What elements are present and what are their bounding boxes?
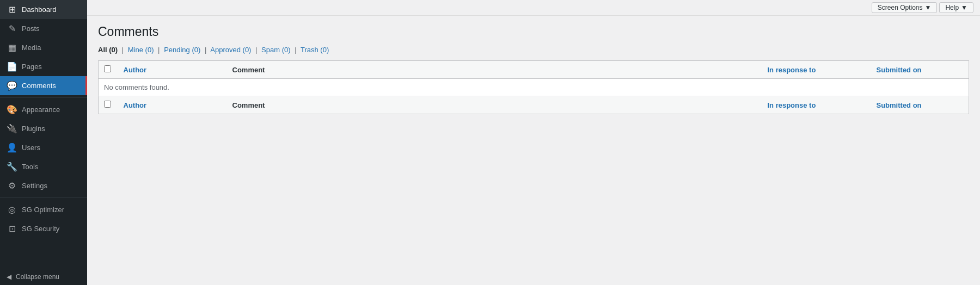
- dashboard-icon: ⊞: [7, 4, 17, 15]
- sidebar-item-settings[interactable]: ⚙ Settings: [0, 176, 87, 195]
- sidebar-item-media[interactable]: ▦ Media: [0, 38, 87, 57]
- sidebar-item-plugins[interactable]: 🔌 Plugins: [0, 119, 87, 138]
- sidebar-item-label: Plugins: [22, 125, 45, 133]
- sidebar: ⊞ Dashboard ✎ Posts ▦ Media 📄 Pages 💬 Co…: [0, 0, 87, 285]
- col-header-in-response[interactable]: In response to: [762, 61, 871, 79]
- sidebar-item-label: Appearance: [22, 106, 60, 114]
- filter-pending[interactable]: Pending (0): [164, 46, 203, 54]
- sidebar-item-label: SG Security: [22, 225, 59, 233]
- select-all-footer-checkbox[interactable]: [104, 101, 111, 108]
- sidebar-item-label: Media: [22, 44, 41, 52]
- filter-bar: All (0) | Mine (0) | Pending (0) | Appro…: [98, 46, 969, 54]
- sidebar-item-dashboard[interactable]: ⊞ Dashboard: [0, 0, 87, 19]
- plugins-icon: 🔌: [7, 123, 17, 134]
- comments-table: Author Comment In response to Submitted …: [98, 60, 969, 114]
- sg-security-icon: ⊡: [7, 224, 17, 234]
- table-footer-row: Author Comment In response to Submitted …: [99, 96, 969, 114]
- sidebar-item-pages[interactable]: 📄 Pages: [0, 57, 87, 76]
- col-footer-submitted[interactable]: Submitted on: [871, 96, 969, 114]
- col-footer-in-response[interactable]: In response to: [762, 96, 871, 114]
- sidebar-divider: [0, 97, 87, 98]
- help-label: Help: [945, 4, 959, 11]
- help-button[interactable]: Help ▼: [939, 2, 973, 13]
- author-sort-link[interactable]: Author: [124, 66, 147, 74]
- col-footer-author[interactable]: Author: [118, 96, 227, 114]
- no-comments-cell: No comments found.: [99, 79, 969, 96]
- sidebar-item-comments[interactable]: 💬 Comments: [0, 76, 87, 95]
- page-content: Comments All (0) | Mine (0) | Pending (0…: [87, 16, 980, 285]
- screen-options-arrow: ▼: [925, 4, 932, 11]
- sidebar-divider-2: [0, 197, 87, 198]
- filter-approved[interactable]: Approved (0): [210, 46, 253, 54]
- screen-options-label: Screen Options: [878, 4, 923, 11]
- sidebar-item-posts[interactable]: ✎ Posts: [0, 19, 87, 38]
- sidebar-item-label: Settings: [22, 182, 47, 190]
- appearance-icon: 🎨: [7, 104, 17, 115]
- col-header-author[interactable]: Author: [118, 61, 227, 79]
- col-footer-check[interactable]: [99, 96, 118, 114]
- page-title: Comments: [98, 24, 969, 39]
- settings-icon: ⚙: [7, 181, 17, 191]
- sg-optimizer-icon: ◎: [7, 205, 17, 215]
- no-comments-row: No comments found.: [99, 79, 969, 96]
- filter-mine[interactable]: Mine (0): [128, 46, 156, 54]
- col-check-all[interactable]: [99, 61, 118, 79]
- sidebar-item-tools[interactable]: 🔧 Tools: [0, 157, 87, 176]
- screen-options-button[interactable]: Screen Options ▼: [872, 2, 938, 13]
- sidebar-item-appearance[interactable]: 🎨 Appearance: [0, 100, 87, 119]
- sidebar-item-label: Tools: [22, 163, 38, 171]
- topbar: Screen Options ▼ Help ▼: [87, 0, 980, 16]
- sidebar-item-label: SG Optimizer: [22, 206, 64, 214]
- col-footer-comment: Comment: [227, 96, 762, 114]
- author-footer-sort-link[interactable]: Author: [124, 101, 147, 109]
- collapse-menu-button[interactable]: ◀ Collapse menu: [0, 269, 87, 285]
- in-response-sort-link[interactable]: In response to: [768, 66, 816, 74]
- pages-icon: 📄: [7, 61, 17, 72]
- in-response-footer-sort-link[interactable]: In response to: [768, 101, 816, 109]
- sidebar-item-label: Dashboard: [22, 5, 57, 14]
- main-area: Screen Options ▼ Help ▼ Comments All (0)…: [87, 0, 980, 285]
- collapse-label: Collapse menu: [16, 273, 59, 281]
- filter-spam[interactable]: Spam (0): [261, 46, 292, 54]
- filter-trash[interactable]: Trash (0): [301, 46, 329, 54]
- col-header-submitted[interactable]: Submitted on: [871, 61, 969, 79]
- collapse-icon: ◀: [7, 273, 11, 281]
- comments-icon: 💬: [7, 80, 17, 91]
- submitted-sort-link[interactable]: Submitted on: [877, 66, 922, 74]
- select-all-checkbox[interactable]: [104, 65, 111, 72]
- sidebar-item-label: Posts: [22, 24, 40, 33]
- sidebar-item-label: Comments: [22, 82, 56, 90]
- sidebar-item-label: Users: [22, 144, 40, 152]
- sidebar-item-sg-optimizer[interactable]: ◎ SG Optimizer: [0, 200, 87, 219]
- media-icon: ▦: [7, 42, 17, 53]
- sidebar-item-sg-security[interactable]: ⊡ SG Security: [0, 219, 87, 238]
- sidebar-item-label: Pages: [22, 63, 42, 71]
- sidebar-item-users[interactable]: 👤 Users: [0, 138, 87, 157]
- help-arrow: ▼: [961, 4, 967, 11]
- submitted-footer-sort-link[interactable]: Submitted on: [877, 101, 922, 109]
- posts-icon: ✎: [7, 23, 17, 34]
- filter-all[interactable]: All (0): [98, 46, 120, 54]
- tools-icon: 🔧: [7, 162, 17, 172]
- table-header-row: Author Comment In response to Submitted …: [99, 61, 969, 79]
- col-header-comment: Comment: [227, 61, 762, 79]
- users-icon: 👤: [7, 142, 17, 153]
